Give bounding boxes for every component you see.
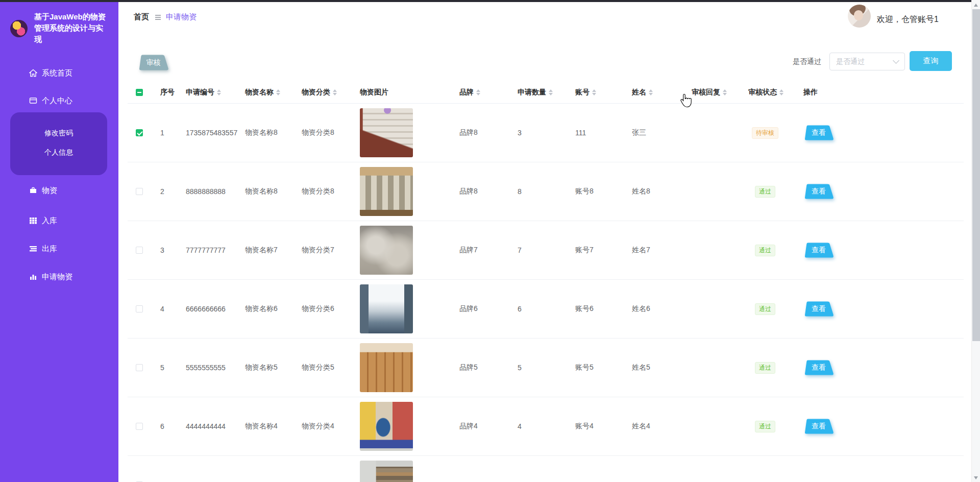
cell-person: 张三	[632, 128, 692, 137]
column-header-reply[interactable]: 审核回复	[692, 88, 748, 97]
material-photo	[360, 461, 413, 482]
view-button[interactable]: 查看	[806, 243, 831, 258]
table-row: 64444444444物资名称4物资分类4品牌44账号4姓名4通过查看	[128, 397, 964, 456]
cell-name: 物资名称5	[245, 363, 302, 372]
material-photo	[360, 402, 413, 451]
avatar[interactable]	[848, 5, 871, 28]
view-button[interactable]: 查看	[806, 125, 831, 140]
column-label: 物资图片	[360, 88, 388, 97]
breadcrumb-separator-icon	[155, 15, 161, 20]
view-button[interactable]: 查看	[806, 419, 831, 434]
breadcrumb-home[interactable]: 首页	[134, 12, 149, 22]
cell-no: 6	[160, 422, 186, 430]
id-card-icon	[29, 97, 37, 105]
column-header-qty[interactable]: 申请数量	[518, 88, 575, 97]
select-all-checkbox[interactable]	[136, 89, 143, 96]
cell-name: 物资名称4	[245, 422, 302, 431]
sort-carets-icon[interactable]	[723, 89, 727, 95]
cell-image	[360, 461, 459, 482]
column-header-action: 操作	[803, 88, 964, 97]
sidebar-item-label: 系统首页	[42, 68, 72, 78]
cell-qty: 6	[518, 305, 575, 313]
submenu-item-change-password[interactable]: 修改密码	[10, 129, 107, 138]
status-badge: 通过	[755, 245, 775, 256]
column-header-name[interactable]: 物资名称	[245, 88, 302, 97]
column-label: 物资名称	[245, 88, 274, 97]
cell-person: 姓名6	[632, 304, 692, 314]
vertical-scrollbar[interactable]	[971, 0, 980, 482]
column-header-image: 物资图片	[360, 88, 459, 97]
column-header-brand[interactable]: 品牌	[459, 88, 518, 97]
column-header-category[interactable]: 物资分类	[302, 88, 360, 97]
grid-icon	[29, 216, 37, 225]
submenu-item-personal-info[interactable]: 个人信息	[10, 148, 107, 157]
sort-carets-icon[interactable]	[649, 89, 653, 95]
row-checkbox[interactable]	[136, 247, 143, 254]
cell-sel	[128, 129, 160, 136]
cell-image	[360, 226, 459, 275]
sidebar-item-inbound[interactable]: 入库	[29, 215, 57, 226]
sidebar-item-label: 个人中心	[42, 96, 72, 106]
cell-account: 账号8	[575, 187, 632, 196]
bar-chart-icon	[29, 273, 37, 281]
column-label: 品牌	[459, 88, 474, 97]
row-checkbox[interactable]	[136, 364, 143, 371]
chevron-down-icon	[893, 57, 899, 64]
row-checkbox[interactable]	[136, 188, 143, 195]
scroll-down-arrow-icon[interactable]	[974, 476, 978, 479]
list-icon	[29, 245, 37, 253]
view-button[interactable]: 查看	[806, 184, 831, 199]
pass-filter-select[interactable]: 是否通过	[829, 53, 905, 70]
sidebar-item-outbound[interactable]: 出库	[29, 244, 57, 254]
cell-image	[360, 108, 459, 157]
sidebar-item-personal[interactable]: 个人中心	[29, 95, 72, 106]
select-all-cell[interactable]	[128, 89, 160, 96]
material-photo	[360, 284, 413, 333]
cell-qty: 8	[518, 187, 575, 196]
cell-brand: 品牌8	[459, 128, 518, 137]
cell-brand: 品牌7	[459, 246, 518, 255]
material-photo	[360, 226, 413, 275]
sidebar-item-apply[interactable]: 申请物资	[29, 272, 72, 282]
view-button[interactable]: 查看	[806, 301, 831, 317]
sort-carets-icon[interactable]	[476, 89, 480, 95]
sort-carets-icon[interactable]	[217, 89, 221, 95]
sort-carets-icon[interactable]	[779, 89, 783, 95]
sidebar-item-materials[interactable]: 物资	[29, 185, 57, 196]
view-button[interactable]: 查看	[806, 360, 831, 375]
sort-carets-icon[interactable]	[592, 89, 596, 95]
home-icon	[29, 69, 37, 77]
scroll-up-arrow-icon[interactable]	[974, 4, 978, 7]
cell-action: 查看	[803, 243, 964, 258]
table-row: 46666666666物资名称6物资分类6品牌66账号6姓名6通过查看	[128, 280, 964, 339]
top-header: 首页 申请物资 欢迎，仓管账号1	[118, 0, 980, 29]
row-checkbox[interactable]	[136, 423, 143, 430]
material-photo	[360, 167, 413, 216]
sort-carets-icon[interactable]	[549, 89, 553, 95]
row-checkbox[interactable]	[136, 129, 143, 136]
column-header-applyId[interactable]: 申请编号	[186, 88, 245, 97]
sort-carets-icon[interactable]	[333, 89, 337, 95]
cell-status: 通过	[748, 245, 803, 256]
scrollbar-thumb[interactable]	[972, 9, 980, 341]
query-button[interactable]: 查询	[910, 51, 952, 71]
cell-brand: 品牌6	[459, 304, 518, 314]
sidebar-item-home[interactable]: 系统首页	[29, 68, 72, 78]
cell-applyId: 6666666666	[186, 305, 245, 313]
column-header-no: 序号	[160, 88, 186, 97]
select-placeholder: 是否通过	[836, 57, 894, 66]
column-header-account[interactable]: 账号	[575, 88, 632, 97]
cell-action: 查看	[803, 360, 964, 375]
row-checkbox[interactable]	[136, 305, 143, 312]
cell-no: 4	[160, 305, 186, 313]
sort-carets-icon[interactable]	[276, 89, 280, 95]
breadcrumb-current[interactable]: 申请物资	[166, 12, 197, 22]
materials-table: 序号申请编号物资名称物资分类物资图片品牌申请数量账号姓名审核回复审核状态操作 1…	[128, 81, 964, 482]
column-header-status[interactable]: 审核状态	[748, 88, 803, 97]
column-label: 申请数量	[518, 88, 546, 97]
audit-button[interactable]: 审核	[141, 55, 166, 70]
column-label: 物资分类	[302, 88, 330, 97]
cell-person: 姓名5	[632, 363, 692, 372]
cell-category: 物资分类6	[302, 304, 360, 314]
cell-account: 111	[575, 129, 632, 137]
